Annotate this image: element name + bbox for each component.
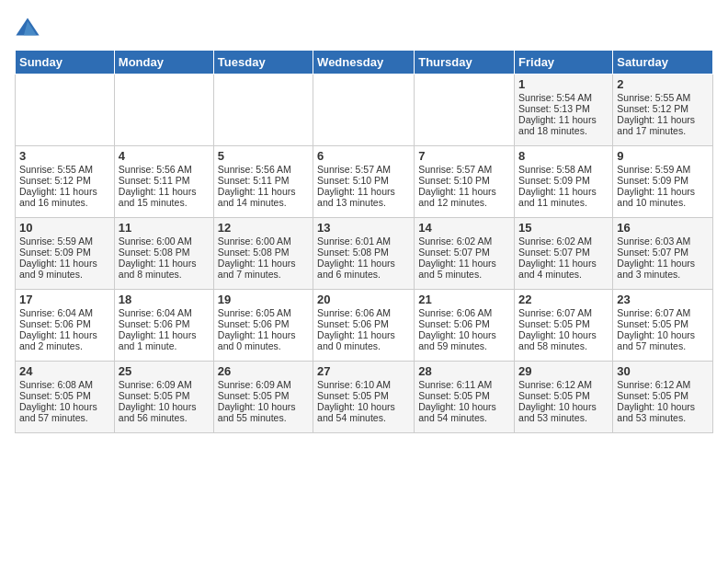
weekday-header: Monday [114, 51, 213, 75]
day-number: 23 [617, 293, 709, 306]
day-info: Sunset: 5:05 PM [317, 390, 410, 401]
day-info: Sunset: 5:07 PM [617, 247, 709, 258]
day-number: 7 [418, 149, 510, 163]
day-number: 24 [19, 364, 110, 378]
day-info: Sunrise: 6:06 AM [418, 307, 510, 318]
day-info: Daylight: 10 hours and 57 minutes. [19, 401, 110, 423]
day-info: Daylight: 11 hours and 8 minutes. [119, 258, 210, 280]
page-container: SundayMondayTuesdayWednesdayThursdayFrid… [0, 0, 728, 441]
weekday-header: Tuesday [213, 51, 313, 75]
day-info: Daylight: 10 hours and 56 minutes. [119, 401, 210, 423]
day-info: Sunset: 5:05 PM [418, 390, 510, 401]
day-info: Sunrise: 6:00 AM [218, 236, 309, 247]
day-info: Sunset: 5:05 PM [617, 318, 709, 329]
day-info: Daylight: 10 hours and 58 minutes. [518, 329, 609, 351]
day-info: Sunrise: 6:10 AM [317, 379, 410, 390]
day-number: 4 [119, 149, 210, 163]
day-info: Sunrise: 5:54 AM [518, 92, 609, 103]
day-info: Daylight: 11 hours and 3 minutes. [617, 258, 709, 280]
calendar-header-row: SundayMondayTuesdayWednesdayThursdayFrid… [16, 51, 713, 75]
logo-icon [15, 15, 40, 40]
day-info: Daylight: 11 hours and 11 minutes. [518, 186, 609, 208]
day-info: Sunrise: 5:56 AM [119, 164, 210, 175]
day-info: Sunset: 5:06 PM [19, 318, 110, 329]
day-info: Sunset: 5:12 PM [19, 175, 110, 186]
day-number: 9 [617, 149, 709, 163]
day-info: Daylight: 11 hours and 5 minutes. [418, 258, 510, 280]
day-number: 3 [19, 149, 110, 163]
day-info: Daylight: 11 hours and 15 minutes. [119, 186, 210, 208]
calendar-day-cell: 27Sunrise: 6:10 AMSunset: 5:05 PMDayligh… [313, 362, 415, 433]
day-info: Daylight: 11 hours and 4 minutes. [518, 258, 609, 280]
day-info: Sunrise: 6:09 AM [218, 379, 309, 390]
day-number: 16 [617, 221, 709, 235]
day-info: Daylight: 11 hours and 2 minutes. [19, 329, 110, 351]
day-info: Sunrise: 5:57 AM [317, 164, 410, 175]
day-info: Daylight: 10 hours and 54 minutes. [418, 401, 510, 423]
calendar-day-cell [313, 75, 415, 146]
day-number: 13 [317, 221, 410, 235]
day-number: 1 [518, 77, 609, 91]
calendar-day-cell: 17Sunrise: 6:04 AMSunset: 5:06 PMDayligh… [16, 290, 115, 362]
day-info: Daylight: 11 hours and 9 minutes. [19, 258, 110, 280]
calendar-day-cell: 16Sunrise: 6:03 AMSunset: 5:07 PMDayligh… [613, 218, 713, 290]
calendar-day-cell: 11Sunrise: 6:00 AMSunset: 5:08 PMDayligh… [114, 218, 213, 290]
calendar-day-cell: 14Sunrise: 6:02 AMSunset: 5:07 PMDayligh… [415, 218, 515, 290]
weekday-header: Sunday [16, 51, 115, 75]
calendar-day-cell: 12Sunrise: 6:00 AMSunset: 5:08 PMDayligh… [213, 218, 313, 290]
calendar-day-cell: 13Sunrise: 6:01 AMSunset: 5:08 PMDayligh… [313, 218, 415, 290]
calendar-day-cell: 22Sunrise: 6:07 AMSunset: 5:05 PMDayligh… [515, 290, 613, 362]
day-info: Sunset: 5:05 PM [518, 318, 609, 329]
calendar-day-cell: 7Sunrise: 5:57 AMSunset: 5:10 PMDaylight… [415, 146, 515, 218]
day-info: Sunrise: 6:09 AM [119, 379, 210, 390]
day-number: 25 [119, 364, 210, 378]
day-info: Sunset: 5:05 PM [19, 390, 110, 401]
calendar-week-row: 24Sunrise: 6:08 AMSunset: 5:05 PMDayligh… [16, 362, 713, 433]
day-info: Sunset: 5:09 PM [19, 247, 110, 258]
day-info: Daylight: 11 hours and 1 minute. [119, 329, 210, 351]
calendar-day-cell [415, 75, 515, 146]
day-number: 26 [218, 364, 309, 378]
calendar-day-cell: 24Sunrise: 6:08 AMSunset: 5:05 PMDayligh… [16, 362, 115, 433]
day-info: Sunset: 5:07 PM [518, 247, 609, 258]
day-info: Sunset: 5:08 PM [218, 247, 309, 258]
day-number: 27 [317, 364, 410, 378]
calendar-day-cell [213, 75, 313, 146]
day-number: 12 [218, 221, 309, 235]
day-info: Sunrise: 6:04 AM [19, 307, 110, 318]
weekday-header: Wednesday [313, 51, 415, 75]
calendar-table: SundayMondayTuesdayWednesdayThursdayFrid… [15, 50, 713, 433]
calendar-day-cell: 26Sunrise: 6:09 AMSunset: 5:05 PMDayligh… [213, 362, 313, 433]
calendar-week-row: 3Sunrise: 5:55 AMSunset: 5:12 PMDaylight… [16, 146, 713, 218]
calendar-day-cell: 15Sunrise: 6:02 AMSunset: 5:07 PMDayligh… [515, 218, 613, 290]
day-info: Sunrise: 5:58 AM [518, 164, 609, 175]
day-info: Sunset: 5:05 PM [617, 390, 709, 401]
calendar-day-cell: 30Sunrise: 6:12 AMSunset: 5:05 PMDayligh… [613, 362, 713, 433]
day-info: Sunrise: 5:55 AM [617, 92, 709, 103]
day-info: Sunrise: 6:03 AM [617, 236, 709, 247]
calendar-day-cell: 8Sunrise: 5:58 AMSunset: 5:09 PMDaylight… [515, 146, 613, 218]
day-number: 14 [418, 221, 510, 235]
day-number: 28 [418, 364, 510, 378]
weekday-header: Friday [515, 51, 613, 75]
day-info: Sunset: 5:06 PM [218, 318, 309, 329]
calendar-day-cell: 6Sunrise: 5:57 AMSunset: 5:10 PMDaylight… [313, 146, 415, 218]
day-info: Sunset: 5:07 PM [418, 247, 510, 258]
weekday-header: Saturday [613, 51, 713, 75]
day-info: Sunset: 5:10 PM [418, 175, 510, 186]
day-info: Daylight: 11 hours and 0 minutes. [218, 329, 309, 351]
calendar-day-cell: 29Sunrise: 6:12 AMSunset: 5:05 PMDayligh… [515, 362, 613, 433]
day-info: Daylight: 11 hours and 12 minutes. [418, 186, 510, 208]
day-info: Daylight: 10 hours and 53 minutes. [617, 401, 709, 423]
day-info: Sunrise: 6:06 AM [317, 307, 410, 318]
day-info: Sunset: 5:09 PM [617, 175, 709, 186]
day-info: Daylight: 11 hours and 10 minutes. [617, 186, 709, 208]
day-info: Sunrise: 6:01 AM [317, 236, 410, 247]
day-info: Sunrise: 6:07 AM [518, 307, 609, 318]
day-info: Sunset: 5:06 PM [317, 318, 410, 329]
day-info: Sunset: 5:11 PM [218, 175, 309, 186]
day-info: Sunset: 5:11 PM [119, 175, 210, 186]
day-info: Daylight: 10 hours and 55 minutes. [218, 401, 309, 423]
calendar-day-cell: 28Sunrise: 6:11 AMSunset: 5:05 PMDayligh… [415, 362, 515, 433]
calendar-day-cell: 20Sunrise: 6:06 AMSunset: 5:06 PMDayligh… [313, 290, 415, 362]
